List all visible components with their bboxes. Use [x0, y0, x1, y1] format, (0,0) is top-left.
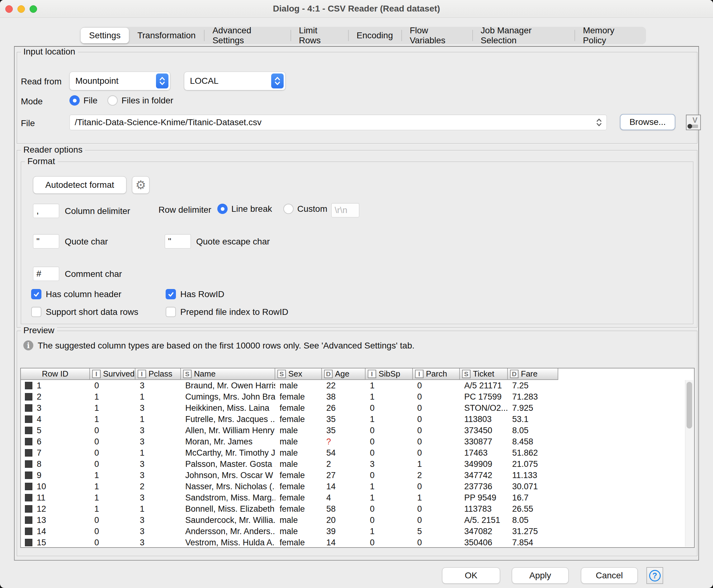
table-row[interactable]: 1012Nasser, Mrs. Nicholas (...female1410…	[21, 481, 694, 492]
mode-radio-file[interactable]: File	[69, 95, 98, 106]
table-row[interactable]: 1503Vestrom, Miss. Hulda A...female14003…	[21, 537, 694, 548]
file-path-combobox[interactable]: /Titanic-Data-Science-Knime/Titanic-Data…	[69, 114, 607, 130]
column-header-ticket[interactable]: STicket	[460, 369, 508, 380]
tab-memory-policy[interactable]: Memory Policy	[575, 27, 646, 44]
row-color-chip	[25, 528, 33, 535]
column-header-label: Row ID	[42, 369, 68, 379]
table-cell: 0	[413, 537, 460, 548]
autodetect-format-button[interactable]: Autodetect format	[33, 176, 126, 194]
table-row[interactable]: 503Allen, Mr. William Henrymale350037345…	[21, 425, 694, 436]
tab-encoding[interactable]: Encoding	[348, 27, 401, 44]
table-row[interactable]: 1303Saundercock, Mr. Willia...male2000A/…	[21, 514, 694, 526]
format-checkbox-grid: Has column headerHas RowIDSupport short …	[31, 289, 288, 317]
table-cell: female	[275, 492, 322, 503]
tab-job-manager-selection[interactable]: Job Manager Selection	[472, 27, 575, 44]
help-button[interactable]: ?	[646, 567, 663, 584]
table-row[interactable]: 913Johnson, Mrs. Oscar W ...female270234…	[21, 470, 694, 481]
checkbox-support-short-data-rows[interactable]: Support short data rows	[31, 307, 166, 317]
table-row[interactable]: 803Palsson, Master. Gosta ...male2313499…	[21, 458, 694, 470]
table-row[interactable]: 103Braund, Mr. Owen Harrismale2210A/5 21…	[21, 380, 694, 391]
cancel-button[interactable]: Cancel	[581, 567, 638, 584]
browse-button[interactable]: Browse...	[620, 114, 675, 130]
column-header-row-id[interactable]: Row ID	[21, 369, 90, 380]
tab-advanced-settings[interactable]: Advanced Settings	[204, 27, 290, 44]
quote-escape-char-input[interactable]: "	[165, 234, 191, 249]
apply-button[interactable]: Apply	[512, 567, 568, 584]
cell-value: 31.275	[512, 527, 538, 536]
quote-char-input[interactable]: "	[33, 234, 59, 249]
cell-value: 0	[417, 437, 422, 447]
table-row[interactable]: 603Moran, Mr. Jamesmale?003308778.458	[21, 436, 694, 447]
cell-value: 0	[417, 415, 422, 424]
cell-value: 8.458	[512, 437, 533, 447]
read-from-select[interactable]: Mountpoint	[69, 71, 170, 90]
column-header-fare[interactable]: DFare	[508, 369, 558, 380]
table-cell: Braund, Mr. Owen Harris	[181, 380, 275, 391]
column-header-sex[interactable]: SSex	[275, 369, 322, 380]
table-row[interactable]: 1113Sandstrom, Miss. Marg...female411PP …	[21, 492, 694, 503]
cell-value: 3	[140, 437, 145, 447]
checkbox-prepend-file-index-to-rowid[interactable]: Prepend file index to RowID	[166, 307, 288, 317]
cell-value: 0	[370, 426, 374, 435]
table-cell: male	[275, 526, 322, 537]
cell-value: 1	[37, 381, 41, 391]
table-row[interactable]: 211Cumings, Mrs. John Bra...female3810PC…	[21, 391, 694, 402]
ok-button[interactable]: OK	[442, 567, 500, 584]
cell-value: 5	[417, 527, 422, 536]
table-cell: 1	[90, 414, 135, 425]
column-header-sibsp[interactable]: ISibSp	[366, 369, 413, 380]
column-delimiter-input[interactable]: ,	[33, 204, 59, 218]
table-row[interactable]: 1211Bonnell, Miss. Elizabethfemale580011…	[21, 503, 694, 514]
mode-radio-files-in-folder[interactable]: Files in folder	[107, 95, 173, 106]
checkbox-has-column-header[interactable]: Has column header	[31, 289, 166, 299]
table-cell: 54	[322, 447, 366, 458]
cell-value: 1	[370, 381, 374, 391]
tab-settings[interactable]: Settings	[81, 28, 129, 43]
row-delimiter-radio-custom[interactable]: Custom	[283, 204, 327, 214]
checkbox-has-rowid[interactable]: Has RowID	[166, 289, 288, 299]
cell-value: 9	[37, 470, 41, 480]
table-cell: 3	[135, 436, 181, 447]
table-cell: 15	[21, 537, 90, 548]
mountpoint-select[interactable]: LOCAL	[184, 71, 285, 90]
table-cell: 11.133	[508, 470, 558, 481]
table-cell: 10	[21, 481, 90, 492]
table-cell: 31.275	[508, 526, 558, 537]
cell-value: Nasser, Mrs. Nicholas (...	[185, 482, 275, 491]
cell-value: 1	[417, 459, 422, 469]
vertical-scrollbar[interactable]	[685, 380, 693, 547]
table-cell: 0	[366, 514, 413, 526]
preview-note: The suggested column types are based on …	[38, 341, 414, 351]
scrollbar-thumb[interactable]	[687, 382, 692, 428]
column-header-survived[interactable]: ISurvived	[90, 369, 135, 380]
cell-value: 6	[37, 437, 41, 447]
table-cell: 1	[90, 481, 135, 492]
cell-value: male	[280, 426, 298, 435]
custom-row-delimiter-input[interactable]: \r\n	[331, 203, 359, 217]
table-cell: Heikkinen, Miss. Laina	[181, 402, 275, 414]
table-cell: 0	[413, 414, 460, 425]
cell-value: 1	[94, 392, 99, 402]
flow-variable-button[interactable]: V	[686, 114, 701, 130]
autodetect-settings-button[interactable]: ⚙	[132, 176, 149, 194]
tab-limit-rows[interactable]: Limit Rows	[290, 27, 348, 44]
cell-value: 2	[37, 392, 41, 402]
table-cell: 14	[322, 537, 366, 548]
column-header-parch[interactable]: IParch	[413, 369, 460, 380]
column-header-pclass[interactable]: IPclass	[135, 369, 181, 380]
comment-char-input[interactable]: #	[33, 267, 59, 281]
table-row[interactable]: 701McCarthy, Mr. Timothy Jmale5400174635…	[21, 447, 694, 458]
checkbox-label: Support short data rows	[46, 307, 138, 317]
table-row[interactable]: 313Heikkinen, Miss. Lainafemale2600STON/…	[21, 402, 694, 414]
cell-value: 0	[417, 504, 422, 514]
tab-flow-variables[interactable]: Flow Variables	[401, 27, 472, 44]
column-header-age[interactable]: DAge	[322, 369, 366, 380]
row-delimiter-radio-line-break[interactable]: Line break	[217, 204, 272, 214]
table-row[interactable]: 411Futrelle, Mrs. Jacques ...female35101…	[21, 414, 694, 425]
tab-transformation[interactable]: Transformation	[129, 27, 204, 44]
table-cell: 1	[366, 481, 413, 492]
tab-bar: SettingsTransformationAdvanced SettingsL…	[81, 27, 646, 44]
table-row[interactable]: 1403Andersson, Mr. Anders...male39153470…	[21, 526, 694, 537]
column-header-name[interactable]: SName	[181, 369, 275, 380]
table-cell: 2	[413, 470, 460, 481]
